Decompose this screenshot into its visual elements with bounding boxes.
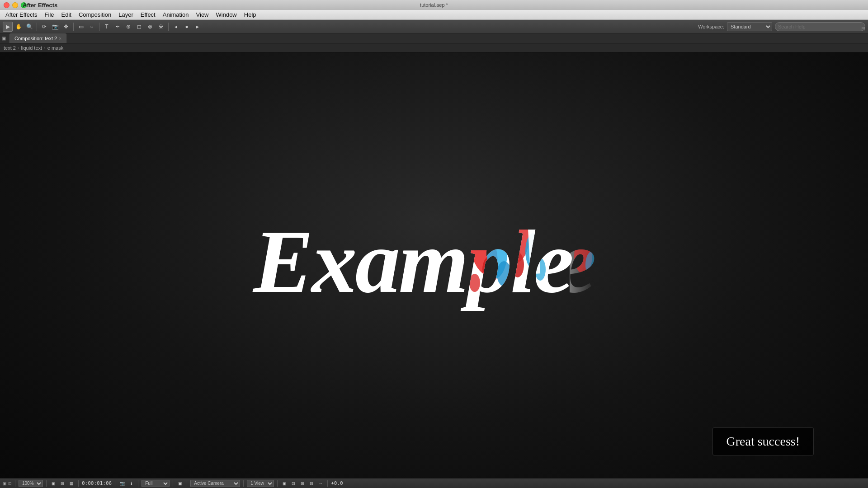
- menu-file[interactable]: File: [41, 10, 58, 19]
- sep1: [15, 480, 15, 487]
- roto-tool[interactable]: ⊗: [145, 22, 155, 32]
- rotation-tool[interactable]: ⟳: [39, 22, 49, 32]
- menu-bar: After Effects File Edit Composition Laye…: [0, 10, 868, 20]
- collapse-panel[interactable]: ⊟: [861, 26, 865, 32]
- text-tool[interactable]: T: [102, 22, 112, 32]
- status-btn-4[interactable]: ▣: [176, 480, 184, 487]
- arrow-mid[interactable]: ●: [182, 22, 192, 32]
- document-title: tutorial.aep *: [420, 2, 448, 8]
- offset-value: +0.0: [331, 480, 343, 486]
- svg-point-8: [497, 261, 511, 286]
- zoom-control[interactable]: 100% 50% 200%: [19, 480, 43, 487]
- quality-select[interactable]: Full Half Quarter: [142, 480, 170, 487]
- minimize-button[interactable]: [12, 2, 18, 8]
- camera-select[interactable]: Active Camera Camera 1: [190, 480, 240, 487]
- sep3: [78, 480, 79, 487]
- breadcrumb-sep-2: ›: [44, 45, 46, 51]
- separator-2: [73, 23, 74, 31]
- hand-tool[interactable]: ✋: [14, 22, 24, 32]
- comp-tab-label: Composition: text 2: [14, 36, 57, 41]
- sep5: [138, 480, 138, 487]
- pan-tool[interactable]: ✥: [61, 22, 71, 32]
- arrow-right[interactable]: ▸: [193, 22, 203, 32]
- sep9: [277, 480, 278, 487]
- status-info[interactable]: ℹ: [127, 480, 135, 487]
- comp-tab-close[interactable]: ×: [59, 36, 61, 41]
- status-btn-2[interactable]: ⊞: [59, 480, 66, 487]
- menu-effect[interactable]: Effect: [137, 10, 159, 19]
- view-icon-5[interactable]: ↔: [317, 480, 324, 487]
- success-box: Great success!: [712, 427, 814, 455]
- view-icon-1[interactable]: ▣: [281, 480, 288, 487]
- breadcrumb-liquidtext[interactable]: liquid text: [21, 45, 42, 51]
- separator-3: [99, 23, 99, 31]
- timecode-display: 0:00:01:06: [82, 480, 112, 486]
- workspace-area: Workspace: Standard Minimal All Panels: [698, 22, 865, 31]
- sep6: [173, 480, 173, 487]
- toolbar: ▶ ✋ 🔍 ⟳ 📷 ✥ ▭ ○ T ✒ ⊕ ◻ ⊗ ※ ◂ ● ▸ Worksp…: [0, 20, 868, 33]
- eraser-tool[interactable]: ◻: [134, 22, 144, 32]
- workspace-select[interactable]: Standard Minimal All Panels: [727, 22, 772, 31]
- rect-mask-tool[interactable]: ▭: [76, 22, 86, 32]
- fading-e-svg: e e: [570, 192, 624, 319]
- menu-view[interactable]: View: [193, 10, 212, 19]
- menu-window[interactable]: Window: [212, 10, 241, 19]
- puppet-tool[interactable]: ※: [156, 22, 166, 32]
- svg-point-4: [469, 274, 480, 292]
- status-btn-3[interactable]: ▦: [68, 480, 75, 487]
- clone-tool[interactable]: ⊕: [123, 22, 133, 32]
- view-icon-3[interactable]: ⊞: [299, 480, 306, 487]
- svg-point-9: [487, 228, 498, 248]
- camera-tool[interactable]: 📷: [50, 22, 60, 32]
- title-bar: After Effects tutorial.aep *: [0, 0, 868, 10]
- app-name-label: After Effects: [23, 2, 57, 9]
- status-icons-left: ▣ ⊡: [3, 481, 12, 486]
- sep2: [46, 480, 47, 487]
- separator-1: [37, 23, 37, 31]
- arrow-left[interactable]: ◂: [171, 22, 181, 32]
- ellipse-mask-tool[interactable]: ○: [87, 22, 97, 32]
- svg-point-6: [511, 252, 524, 277]
- status-snapshot[interactable]: 📷: [118, 480, 126, 487]
- view-icon-2[interactable]: ⊡: [290, 480, 297, 487]
- sep7: [187, 480, 187, 487]
- menu-edit[interactable]: Edit: [58, 10, 75, 19]
- breadcrumb-sep-1: ›: [18, 45, 19, 51]
- views-select[interactable]: 1 View 2 Views 4 Views: [247, 480, 274, 487]
- comp-tab-text2[interactable]: Composition: text 2 ×: [9, 33, 66, 43]
- svg-point-3: [472, 222, 486, 244]
- menu-composition[interactable]: Composition: [75, 10, 115, 19]
- sep10: [327, 480, 328, 487]
- zoom-tool[interactable]: 🔍: [24, 22, 34, 32]
- comp-tab-bar: ▣ Composition: text 2 × ⊟: [0, 33, 868, 43]
- select-tool[interactable]: ▶: [3, 22, 13, 32]
- example-svg: Example Example: [240, 192, 601, 319]
- menu-aftereffects[interactable]: After Effects: [2, 10, 41, 19]
- offset-display: +0.0: [331, 480, 343, 486]
- menu-help[interactable]: Help: [241, 10, 260, 19]
- status-bar: ▣ ⊡ 100% 50% 200% ▣ ⊞ ▦ 0:00:01:06 📷 ℹ F…: [0, 478, 868, 488]
- example-text: Example Example: [240, 192, 601, 320]
- status-btn-1[interactable]: ▣: [50, 480, 57, 487]
- zoom-select[interactable]: 100% 50% 200%: [19, 480, 43, 487]
- sep8: [243, 480, 244, 487]
- workspace-label: Workspace:: [698, 24, 724, 29]
- pen-tool[interactable]: ✒: [113, 22, 123, 32]
- success-text: Great success!: [726, 434, 800, 448]
- view-icon-4[interactable]: ⊟: [308, 480, 315, 487]
- menu-layer[interactable]: Layer: [115, 10, 137, 19]
- breadcrumb-bar: text 2 › liquid text › e mask: [0, 43, 868, 52]
- search-help-input[interactable]: [775, 22, 865, 31]
- comp-icon: ▣: [2, 36, 6, 41]
- svg-point-15: [585, 251, 599, 278]
- breadcrumb-emask[interactable]: e mask: [47, 45, 63, 51]
- close-button[interactable]: [4, 2, 9, 8]
- sep4: [115, 480, 115, 487]
- timecode-value: 0:00:01:06: [82, 480, 112, 486]
- menu-animation[interactable]: Animation: [159, 10, 193, 19]
- separator-4: [168, 23, 169, 31]
- canvas-area: Example Example: [0, 52, 868, 478]
- breadcrumb-text2[interactable]: text 2: [4, 45, 16, 51]
